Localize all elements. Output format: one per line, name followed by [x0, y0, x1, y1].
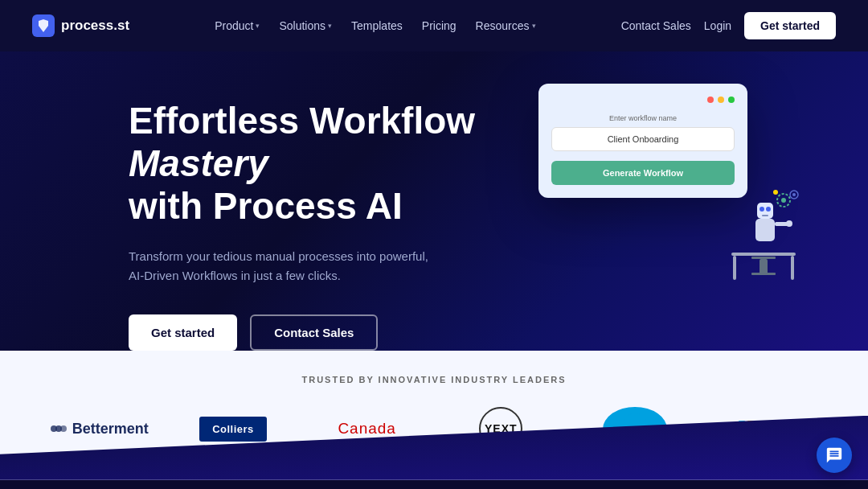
svg-point-21 [60, 425, 67, 432]
canada-logo: Canada [300, 420, 434, 438]
svg-rect-2 [733, 256, 736, 280]
svg-point-18 [773, 190, 778, 195]
login-link[interactable]: Login [704, 19, 731, 32]
trust-label: TRUSTED BY INNOVATIVE INDUSTRY LEADERS [32, 375, 836, 384]
chevron-down-icon: ▾ [532, 22, 536, 30]
nav-resources[interactable]: Resources ▾ [468, 14, 544, 37]
nav-templates[interactable]: Templates [343, 14, 411, 37]
robot-illustration [707, 164, 804, 293]
navigation: process.st Product ▾ Solutions ▾ Templat… [0, 0, 868, 51]
svg-rect-11 [762, 215, 768, 216]
maximize-dot [728, 97, 735, 103]
nav-pricing[interactable]: Pricing [414, 14, 465, 37]
chevron-down-icon: ▾ [328, 22, 332, 30]
hero-title: Effortless Workflow Masterywith Process … [129, 100, 514, 228]
chat-icon [825, 446, 843, 464]
trust-section: TRUSTED BY INNOVATIVE INDUSTRY LEADERS B… [0, 351, 868, 480]
logo-icon [32, 14, 55, 37]
svg-point-9 [760, 207, 764, 212]
svg-rect-4 [751, 257, 776, 259]
window-controls [551, 97, 735, 103]
contact-sales-button[interactable]: Contact Sales [250, 314, 378, 351]
contact-sales-link[interactable]: Contact Sales [621, 19, 691, 32]
svg-rect-6 [751, 273, 776, 275]
nav-right: Contact Sales Login Get started [621, 12, 836, 39]
minimize-dot [718, 97, 724, 103]
betterment-logo: Betterment [32, 421, 166, 438]
hero-subtitle: Transform your tedious manual processes … [129, 247, 434, 286]
hero-section: Effortless Workflow Masterywith Process … [0, 51, 868, 351]
chat-bubble-button[interactable] [817, 438, 852, 473]
betterment-icon [50, 422, 68, 435]
close-dot [707, 97, 714, 103]
nav-links: Product ▾ Solutions ▾ Templates Pricing … [207, 14, 543, 37]
svg-point-13 [786, 220, 792, 227]
svg-rect-1 [731, 253, 796, 256]
hero-content: Effortless Workflow Masterywith Process … [0, 51, 868, 351]
logo-text: process.st [61, 18, 129, 34]
svg-point-15 [781, 198, 786, 203]
svg-point-10 [766, 207, 771, 212]
chevron-down-icon: ▾ [256, 22, 260, 30]
hero-buttons: Get started Contact Sales [129, 314, 514, 351]
get-started-nav-button[interactable]: Get started [744, 12, 836, 39]
colliers-text: Colliers [199, 417, 267, 442]
mockup-input: Client Onboarding [551, 127, 735, 151]
betterment-text: Betterment [72, 421, 149, 438]
nav-product[interactable]: Product ▾ [207, 14, 268, 37]
svg-rect-3 [791, 256, 794, 280]
svg-rect-7 [755, 219, 775, 241]
mockup-label: Enter workflow name [551, 114, 735, 122]
svg-point-17 [792, 193, 796, 196]
hero-text: Effortless Workflow Masterywith Process … [129, 100, 514, 351]
colliers-logo: Colliers [166, 417, 301, 442]
hero-illustration: Enter workflow name Client Onboarding Ge… [514, 68, 820, 309]
nav-solutions[interactable]: Solutions ▾ [271, 14, 340, 37]
get-started-button[interactable]: Get started [129, 314, 237, 351]
canada-text: Canada [338, 420, 396, 438]
logo[interactable]: process.st [32, 14, 129, 37]
